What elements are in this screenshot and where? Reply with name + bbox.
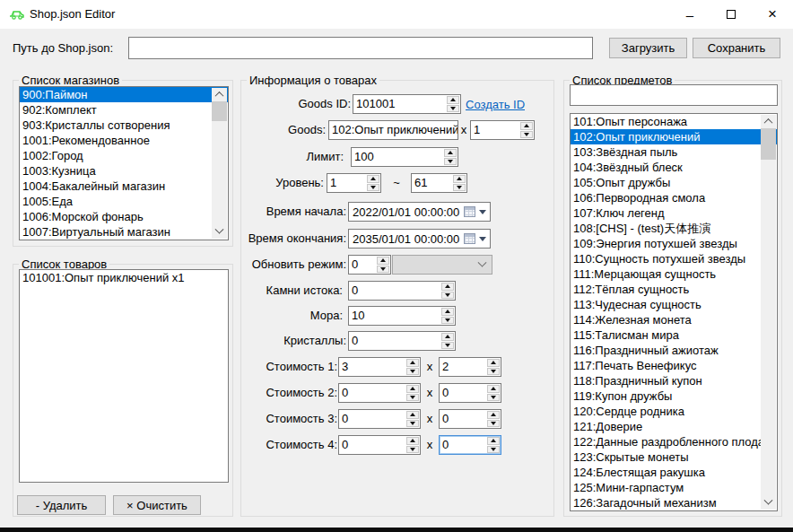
spin-up-button[interactable] [487, 385, 500, 393]
spin-down-button[interactable] [406, 446, 419, 454]
item-list-item[interactable]: 120:Сердце родника [571, 404, 777, 419]
cost2-count-value[interactable]: 0 [440, 384, 486, 402]
cost2-count-spinner[interactable]: 0 [439, 383, 501, 403]
clear-button[interactable]: × Очистить [113, 495, 201, 515]
spin-up-button[interactable] [367, 175, 379, 183]
goods-id-spinner[interactable]: 101001 [353, 94, 461, 114]
spin-down-button[interactable] [487, 394, 500, 402]
spin-down-button[interactable] [487, 368, 500, 376]
shops-scrollbar[interactable] [212, 88, 227, 239]
shop-list-item[interactable]: 1005:Еда [20, 194, 228, 209]
goods-count-value[interactable]: 1 [471, 121, 519, 139]
shop-list-item[interactable]: 1004:Бакалейный магазин [20, 179, 228, 194]
goods-id-value[interactable]: 101001 [353, 95, 446, 113]
item-list-item[interactable]: 113:Чудесная сущность [571, 297, 777, 312]
spin-up-button[interactable] [441, 308, 454, 316]
spin-down-button[interactable] [453, 184, 466, 192]
spin-up-button[interactable] [487, 359, 500, 367]
spin-down-button[interactable] [441, 317, 454, 325]
item-list-item[interactable]: 117:Печать Венефикус [571, 358, 777, 373]
spin-down-button[interactable] [406, 368, 419, 376]
spin-up-button[interactable] [406, 437, 419, 445]
spin-down-button[interactable] [441, 292, 454, 300]
spin-down-button[interactable] [520, 131, 533, 139]
dropdown-arrow-icon[interactable] [479, 237, 486, 241]
cost4-item-value[interactable]: 0 [339, 436, 405, 454]
refresh-mode-spinner[interactable]: 0 [348, 255, 391, 275]
primogems-spinner[interactable]: 0 [348, 281, 456, 301]
crystals-value[interactable]: 0 [349, 332, 440, 350]
item-list-item[interactable]: 108:[CHS] - (test)天体推演 [571, 221, 777, 236]
close-button[interactable]: × [752, 0, 793, 29]
item-list-item[interactable]: 110:Сущность потухшей звезды [571, 251, 777, 266]
item-list-item[interactable]: 124:Блестящая ракушка [571, 465, 777, 480]
item-list-item[interactable]: 121:Доверие [571, 419, 777, 434]
refresh-mode-combobox[interactable] [392, 255, 492, 275]
item-list-item[interactable]: 103:Звёздная пыль [571, 144, 777, 160]
item-list-item[interactable]: 119:Купон дружбы [571, 388, 777, 404]
spin-up-button[interactable] [377, 257, 389, 265]
cost3-item-value[interactable]: 0 [339, 410, 405, 428]
shop-list-item[interactable]: 1007:Виртуальный магазин [20, 224, 228, 240]
cost4-count-spinner[interactable]: 0 [439, 435, 501, 455]
time-end-picker[interactable]: 2035/01/01 00:00:00 [348, 229, 491, 249]
goods-count-spinner[interactable]: 1 [470, 120, 535, 140]
scroll-up-button[interactable] [761, 115, 776, 128]
mora-value[interactable]: 10 [349, 307, 440, 325]
goods-textbox[interactable]: 102:Опыт приключений [328, 120, 458, 140]
save-button[interactable]: Сохранить [693, 38, 780, 58]
shop-list-item[interactable]: 1006:Морской фонарь [20, 209, 228, 224]
shop-list-item[interactable]: 1002:Город [20, 148, 228, 163]
level-max-spinner[interactable]: 61 [411, 173, 467, 193]
cost1-count-spinner[interactable]: 2 [439, 357, 501, 377]
scroll-down-button[interactable] [212, 225, 227, 239]
spin-down-button[interactable] [406, 394, 419, 402]
item-list-item[interactable]: 118:Праздничный купон [571, 373, 777, 388]
cost3-count-value[interactable]: 0 [440, 410, 486, 428]
scroll-thumb[interactable] [212, 101, 227, 121]
item-list-item[interactable]: 106:Первородная смола [571, 190, 777, 205]
spin-down-button[interactable] [441, 342, 454, 350]
level-min-spinner[interactable]: 1 [327, 173, 381, 193]
spin-down-button[interactable] [367, 184, 379, 192]
spin-down-button[interactable] [487, 420, 500, 428]
goods-list-item[interactable]: 101001:Опыт приключений x1 [20, 270, 228, 285]
spin-up-button[interactable] [453, 175, 466, 183]
cost2-item-spinner[interactable]: 0 [338, 383, 421, 403]
spin-up-button[interactable] [487, 411, 500, 419]
spin-up-button[interactable] [487, 437, 500, 445]
scroll-down-button[interactable] [761, 496, 776, 510]
goods-list[interactable]: 101001:Опыт приключений x1 [19, 269, 229, 483]
spin-up-button[interactable] [406, 411, 419, 419]
item-list-item[interactable]: 101:Опыт персонажа [571, 114, 777, 129]
cost4-count-value[interactable]: 0 [440, 436, 486, 454]
path-input[interactable] [128, 37, 593, 59]
spin-down-button[interactable] [406, 420, 419, 428]
items-list[interactable]: 101:Опыт персонажа102:Опыт приключений10… [570, 113, 778, 511]
cost3-count-spinner[interactable]: 0 [439, 409, 501, 429]
shops-list[interactable]: 900:Паймон902:Комплект903:Кристаллы сотв… [19, 86, 229, 240]
item-list-item[interactable]: 114:Железная монета [571, 312, 777, 327]
item-list-item[interactable]: 115:Талисман мира [571, 327, 777, 343]
mora-spinner[interactable]: 10 [348, 306, 456, 326]
limit-value[interactable]: 100 [352, 148, 443, 166]
cost2-item-value[interactable]: 0 [339, 384, 405, 402]
delete-button[interactable]: - Удалить [17, 495, 106, 515]
item-list-item[interactable]: 109:Энергия потухшей звезды [571, 236, 777, 251]
shop-list-item[interactable]: 903:Кристаллы сотворения [20, 118, 228, 133]
item-list-item[interactable]: 105:Опыт дружбы [571, 175, 777, 190]
primogems-value[interactable]: 0 [349, 282, 440, 300]
item-list-item[interactable]: 126:Загадочный механизм [571, 495, 777, 510]
maximize-button[interactable] [710, 0, 752, 29]
level-max-value[interactable]: 61 [412, 174, 452, 192]
item-list-item[interactable]: 116:Праздничный ажиотаж [571, 343, 777, 358]
item-list-item[interactable]: 112:Тёплая сущность [571, 282, 777, 297]
item-list-item[interactable]: 125:Мини-гарпастум [571, 480, 777, 495]
items-scrollbar[interactable] [761, 115, 776, 510]
cost1-item-spinner[interactable]: 3 [338, 357, 421, 377]
spin-up-button[interactable] [520, 122, 533, 130]
shop-list-item[interactable]: 902:Комплект [20, 102, 228, 118]
minimize-button[interactable]: – [669, 0, 710, 29]
cost1-count-value[interactable]: 2 [440, 358, 486, 376]
load-button[interactable]: Загрузить [609, 38, 687, 58]
